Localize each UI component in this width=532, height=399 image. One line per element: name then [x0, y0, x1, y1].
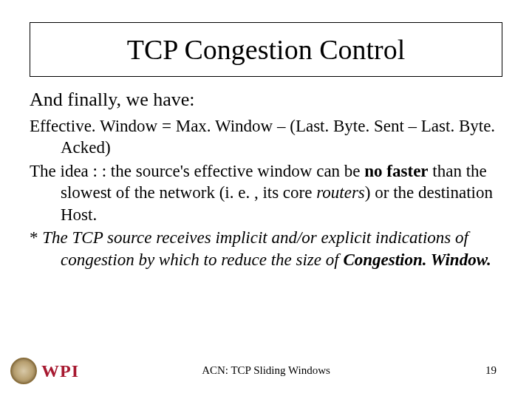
formula-text: Effective. Window = Max. Window – (Last.… [30, 117, 495, 157]
page-number: 19 [485, 364, 497, 377]
note-c: Congestion. Window. [343, 250, 491, 269]
idea-a: The idea : : the source's effective wind… [30, 162, 364, 180]
footer-center: ACN: TCP Sliding Windows [0, 364, 532, 377]
idea-b: no faster [364, 162, 428, 180]
note-line: * The TCP source receives implicit and/o… [30, 227, 502, 270]
idea-line: The idea : : the source's effective wind… [30, 160, 502, 225]
slide-body: Effective. Window = Max. Window – (Last.… [30, 115, 502, 270]
footer: WPI ACN: TCP Sliding Windows 19 [0, 355, 532, 389]
formula-line: Effective. Window = Max. Window – (Last.… [30, 115, 502, 159]
intro-line: And finally, we have: [30, 89, 502, 111]
slide-title-box: TCP Congestion Control [30, 22, 502, 77]
note-star: * [30, 228, 42, 247]
idea-d: routers [316, 183, 365, 202]
slide-title: TCP Congestion Control [127, 34, 406, 65]
